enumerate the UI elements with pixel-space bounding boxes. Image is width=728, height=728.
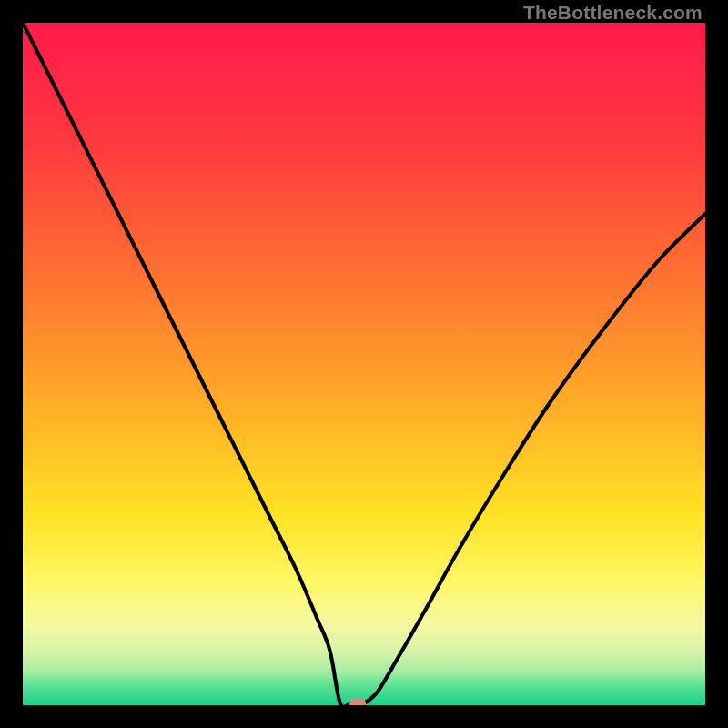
chart-frame: TheBottleneck.com (0, 0, 728, 728)
bottleneck-curve (23, 23, 705, 705)
curve-layer (23, 23, 705, 705)
plot-area (23, 23, 705, 705)
watermark-text: TheBottleneck.com (523, 2, 703, 24)
optimal-marker (349, 698, 366, 705)
